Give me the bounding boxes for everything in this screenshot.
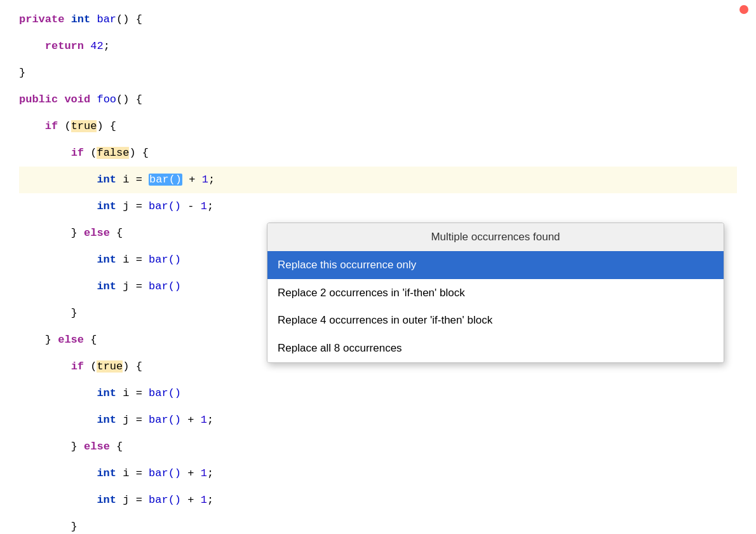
keyword-false-1: false [97, 147, 129, 159]
code-line-8: int j = bar() - 1; [19, 193, 737, 220]
keyword-int-7: int [97, 414, 116, 426]
code-line-20: } [19, 514, 737, 534]
keyword-int-2: int [97, 174, 116, 186]
popup-item-2[interactable]: Replace 2 occurrences in 'if-then' block [267, 279, 724, 307]
keyword-else-1: else [84, 227, 110, 239]
num-1e: 1 [201, 494, 207, 506]
fn-foo-decl: foo [97, 93, 116, 106]
keyword-true-1: true [71, 120, 97, 132]
fn-bar-decl: bar [97, 13, 116, 25]
num-1b: 1 [201, 200, 207, 212]
keyword-else-2: else [58, 334, 84, 346]
keyword-int-9: int [97, 494, 116, 506]
code-line-15: int i = bar() [19, 380, 737, 407]
fn-bar-call-6: bar() [149, 414, 181, 426]
code-line-1: private int bar() { [19, 6, 737, 33]
code-line-3: } [19, 60, 737, 86]
code-line-16: int j = bar() + 1; [19, 407, 737, 434]
keyword-true-2: true [97, 360, 123, 373]
keyword-else-3: else [84, 441, 110, 453]
code-line-7: int i = bar() + 1; [19, 167, 737, 193]
occurrence-popup: Multiple occurrences found Replace this … [267, 222, 724, 363]
keyword-int-4: int [97, 254, 116, 266]
num-42: 42 [90, 40, 103, 52]
keyword-if-2: if [71, 147, 84, 159]
code-line-17: } else { [19, 434, 737, 460]
keyword-void: void [64, 93, 90, 106]
code-line-19: int j = bar() + 1; [19, 487, 737, 514]
fn-bar-call-2: bar() [149, 200, 181, 212]
keyword-if-3: if [71, 360, 84, 373]
code-line-2: return 42; [19, 33, 737, 60]
keyword-public: public [19, 93, 58, 106]
popup-item-1[interactable]: Replace this occurrence only [267, 251, 724, 279]
num-1c: 1 [201, 414, 207, 426]
fn-bar-call-5: bar() [149, 387, 181, 399]
fn-bar-call-highlight: bar() [149, 174, 182, 186]
keyword-int-5: int [97, 280, 116, 292]
fn-bar-call-4: bar() [149, 280, 181, 292]
code-line-6: if (false) { [19, 140, 737, 167]
popup-item-4[interactable]: Replace all 8 occurrences [267, 334, 724, 362]
keyword-private: private [19, 13, 64, 25]
num-1a: 1 [202, 174, 208, 186]
popup-header: Multiple occurrences found [267, 223, 724, 251]
num-1d: 1 [201, 467, 207, 479]
keyword-int-1: int [71, 13, 91, 25]
close-button[interactable] [739, 5, 748, 14]
fn-bar-call-3: bar() [149, 254, 181, 266]
code-line-5: if (true) { [19, 113, 737, 140]
code-line-4: public void foo() { [19, 86, 737, 113]
keyword-return: return [45, 40, 84, 52]
keyword-int-6: int [97, 387, 116, 399]
keyword-int-3: int [97, 200, 116, 212]
keyword-if-1: if [45, 120, 58, 132]
fn-bar-call-8: bar() [149, 494, 181, 506]
keyword-int-8: int [97, 467, 116, 479]
popup-item-3[interactable]: Replace 4 occurrences in outer 'if-then'… [267, 306, 724, 334]
fn-bar-call-7: bar() [149, 467, 181, 479]
code-line-18: int i = bar() + 1; [19, 460, 737, 487]
